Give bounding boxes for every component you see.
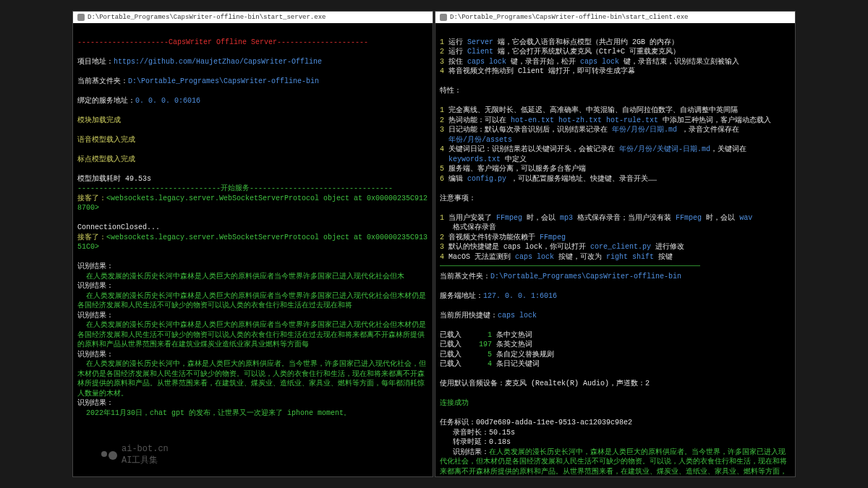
load-time: 模型加载耗时 49.53s: [77, 175, 151, 183]
client-window: D:\Portable_Programes\CapsWriter-offline…: [435, 11, 796, 477]
bind-label: 绑定的服务地址：: [77, 97, 135, 105]
module-loaded: 模块加载完成: [77, 116, 121, 124]
server-window: D:\Portable_Programes\CapsWriter-offline…: [72, 11, 433, 477]
recog-label: 识别结果：: [77, 262, 114, 270]
list-num: 4: [440, 67, 448, 75]
recog-text: 在人类发展的漫长历史长河中森林是人类巨大的原料供应者当今世界许多国家已进入现代化…: [77, 292, 426, 310]
punct-loaded: 标点模型载入完成: [77, 155, 135, 163]
recog-text: 2022年11月30日，chat gpt 的发布，让世界又一次迎来了 iphon…: [77, 409, 351, 417]
project-label: 项目地址：: [77, 58, 114, 66]
watermark: ai-bot.cn AI工具集: [101, 444, 169, 466]
conn-closed: ConnectionClosed...: [77, 223, 160, 231]
hotkey-label: 当前所用快捷键：: [440, 312, 498, 320]
connected: 接客了：: [77, 194, 106, 202]
recog-label: 识别结果：: [77, 351, 114, 359]
watermark-name: AI工具集: [122, 454, 169, 466]
header-line: ---------------------CapsWriter Offline …: [77, 38, 368, 46]
divider: ---------------------------------开始服务---…: [77, 184, 393, 192]
speech-loaded: 语音模型载入完成: [77, 136, 135, 144]
divider: ────────────────────────────────────────…: [440, 262, 700, 270]
notes-label: 注意事项：: [440, 194, 476, 202]
server-titlebar[interactable]: D:\Portable_Programes\CapsWriter-offline…: [73, 12, 433, 23]
watermark-icon: [101, 451, 117, 460]
connected: 接客了：: [77, 234, 106, 241]
audio-device: 使用默认音频设备：麦克风 (Realtek(R) Audio)，声道数：2: [440, 380, 650, 388]
client-terminal[interactable]: 1 运行 Server 端，它会载入语音和标点模型（共占用约 2GB 的内存） …: [435, 23, 795, 476]
task-label: 任务标识：: [440, 419, 476, 427]
watermark-url: ai-bot.cn: [122, 444, 169, 454]
server-title: D:\Portable_Programes\CapsWriter-offline…: [88, 14, 326, 21]
ws-obj: <websockets.legacy.server.WebSocketServe…: [77, 234, 427, 252]
recog-label: 识别结果：: [77, 282, 114, 290]
recog-text: 在人类发展的漫长历史长河中，森林是人类巨大的原料供应者。当今世界，许多国家已进入…: [77, 360, 426, 398]
recog-text: 在人类发展的漫长历史长河中森林是人类巨大的原料供应者当今世界许多国家已进入现代化…: [77, 273, 404, 281]
client-titlebar[interactable]: D:\Portable_Programes\CapsWriter-offline…: [435, 12, 795, 23]
recog-label: 识别结果：: [77, 312, 114, 320]
connect-ok: 连接成功: [440, 399, 469, 407]
server-terminal[interactable]: ---------------------CapsWriter Offline …: [73, 23, 433, 476]
cwd-path: D:\Portable_Programes\CapsWriter-offline…: [128, 77, 319, 85]
bind-addr: 0. 0. 0. 0:6016: [135, 97, 200, 105]
server-label: 服务端地址：: [440, 292, 483, 300]
list-num: 3: [440, 58, 448, 66]
list-num: 2: [440, 48, 448, 56]
app-icon: [440, 14, 447, 21]
list-num: 1: [440, 38, 448, 46]
cwd-label: 当前基文件夹：: [77, 77, 128, 85]
project-url: https://github.com/HaujetZhao/CapsWriter…: [114, 58, 322, 66]
features-label: 特性：: [440, 87, 461, 95]
app-icon: [77, 14, 85, 21]
recog-text: 在人类发展的漫长历史长河中森林是人类巨大的原料供应者当今世界许多国家已进入现代化…: [77, 321, 426, 348]
client-title: D:\Portable_Programes\CapsWriter-offline…: [450, 14, 688, 21]
cwd-label: 当前基文件夹：: [440, 273, 490, 281]
ws-obj: <websockets.legacy.server.WebSocketServe…: [77, 194, 427, 213]
recog-label: 识别结果：: [77, 399, 114, 407]
